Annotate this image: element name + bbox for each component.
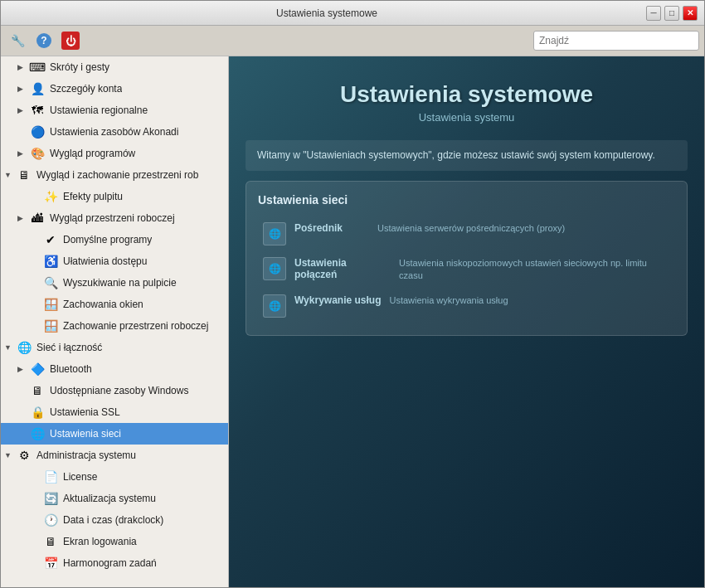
titlebar-right-buttons[interactable]: ─ □ ✕ — [646, 6, 698, 21]
maximize-button[interactable]: □ — [664, 6, 679, 21]
item-label-ustawienia-sieci: Ustawienia sieci — [50, 428, 121, 440]
sidebar-item-szczegoly[interactable]: 👤Szczegóły konta — [1, 78, 228, 100]
arrow-icon-szczegoly — [17, 85, 29, 93]
item-label-wyglad-prog: Wygląd programów — [50, 148, 135, 159]
item-icon-administracja: ⚙ — [16, 447, 32, 464]
item-icon-domyslne: ✔ — [42, 231, 59, 248]
wrench-button[interactable]: 🔧 — [6, 29, 29, 52]
item-label-ekran-log: Ekran logowania — [63, 536, 137, 547]
sidebar-item-wyglad-prog[interactable]: 🎨Wygląd programów — [1, 143, 228, 164]
arrow-icon-administracja — [4, 451, 16, 459]
item-label-szczegoly: Szczegóły konta — [50, 83, 122, 95]
sidebar-item-skroty[interactable]: ⌨Skróty i gesty — [1, 56, 228, 78]
search-input[interactable] — [533, 31, 699, 51]
close-button[interactable]: ✕ — [683, 6, 698, 21]
arrow-icon-wyglad-zach — [4, 171, 16, 179]
item-label-aktualizacja: Aktualizacja systemu — [63, 493, 156, 504]
card-row-name-polaczenia: Ustawienia połączeń — [294, 257, 391, 280]
card-row-polaczenia[interactable]: 🌐Ustawienia połączeńUstawienia niskopozi… — [258, 251, 675, 289]
item-icon-wyglad-prog: 🎨 — [29, 145, 46, 162]
power-icon: ⏻ — [61, 32, 80, 50]
item-label-zachowania: Zachowania okien — [63, 299, 143, 310]
help-icon: ? — [36, 33, 51, 48]
item-icon-aktualizacja: 🔄 — [42, 490, 59, 507]
item-label-administracja: Administracja systemu — [36, 450, 136, 461]
item-label-skroty: Skróty i gesty — [50, 61, 109, 73]
item-icon-license: 📄 — [42, 469, 59, 485]
sidebar-item-zachowania[interactable]: 🪟Zachowania okien — [1, 294, 228, 315]
item-icon-udostepnianie: 🖥 — [29, 382, 46, 399]
item-icon-bluetooth: 🔷 — [29, 361, 46, 377]
item-label-wyglad-zach: Wygląd i zachowanie przestrzeni rob — [36, 169, 198, 181]
card-row-desc-polaczenia: Ustawienia niskopoziomowych ustawień sie… — [399, 257, 670, 283]
item-label-wyszukiwanie: Wyszukiwanie na pulpicie — [63, 277, 177, 289]
item-label-regionalne: Ustawienia regionalne — [50, 104, 148, 116]
minimize-button[interactable]: ─ — [646, 6, 661, 21]
sidebar-item-regionalne[interactable]: 🗺Ustawienia regionalne — [1, 100, 228, 121]
sidebar-item-zachowania-przetr[interactable]: 🪟Zachowanie przestrzeni roboczej — [1, 315, 228, 337]
sidebar-item-wyglad-zach[interactable]: 🖥Wygląd i zachowanie przestrzeni rob — [1, 164, 228, 186]
main-window: Ustawienia systemowe ─ □ ✕ 🔧 ? ⏻ ⌨Skróty… — [0, 0, 705, 588]
panel-header: Ustawienia systemowe Ustawienia systemu — [229, 56, 704, 140]
item-label-domyslne: Domyślne programy — [63, 234, 152, 245]
arrow-icon-wyglad-przestrz — [17, 214, 29, 222]
sidebar-item-administracja[interactable]: ⚙Administracja systemu — [1, 445, 228, 466]
item-icon-ssl: 🔒 — [29, 404, 46, 420]
item-icon-ulatwienia: ♿ — [42, 253, 59, 270]
sidebar-item-ustawienia-sieci[interactable]: 🌐Ustawienia sieci — [1, 423, 228, 445]
sidebar-item-license[interactable]: 📄License — [1, 466, 228, 488]
sidebar-item-akonadi[interactable]: 🔵Ustawienia zasobów Akonadi — [1, 121, 228, 143]
item-label-udostepnianie: Udostępniane zasoby Windows — [50, 385, 188, 396]
panel-title: Ustawienia systemowe — [246, 81, 688, 108]
toolbar: 🔧 ? ⏻ — [1, 26, 704, 56]
item-icon-skroty: ⌨ — [29, 59, 46, 75]
card-row-name-wykrywanie: Wykrywanie usług — [294, 294, 381, 306]
item-icon-zachowania: 🪟 — [42, 296, 59, 313]
sidebar-item-udostepnianie[interactable]: 🖥Udostępniane zasoby Windows — [1, 380, 228, 401]
item-icon-siec-lacze: 🌐 — [16, 339, 32, 356]
card-title: Ustawienia sieci — [258, 193, 675, 207]
sidebar-item-ulatwienia[interactable]: ♿Ułatwienia dostępu — [1, 250, 228, 272]
item-icon-efekty: ✨ — [42, 188, 59, 205]
sidebar-item-harmonogram[interactable]: 📅Harmonogram zadań — [1, 552, 228, 574]
item-label-efekty: Efekty pulpitu — [63, 191, 123, 202]
item-label-license: License — [63, 471, 97, 483]
sidebar-item-efekty[interactable]: ✨Efekty pulpitu — [1, 186, 228, 207]
panel-welcome-text: Witamy w "Ustawieniach systemowych", gdz… — [246, 140, 688, 171]
item-icon-akonadi: 🔵 — [29, 124, 46, 140]
item-label-harmonogram: Harmonogram zadań — [63, 557, 157, 569]
item-label-data-czas: Data i czas (drakclock) — [63, 514, 163, 526]
sidebar-item-ekran-log[interactable]: 🖥Ekran logowania — [1, 531, 228, 552]
card-row-desc-posrednik: Ustawienia serwerów pośredniczących (pro… — [377, 222, 565, 235]
power-button[interactable]: ⏻ — [59, 29, 82, 52]
network-settings-card: Ustawienia sieci 🌐PośrednikUstawienia se… — [246, 181, 688, 336]
right-panel: Ustawienia systemowe Ustawienia systemu … — [229, 56, 704, 587]
sidebar-item-bluetooth[interactable]: 🔷Bluetooth — [1, 358, 228, 380]
panel-subtitle: Ustawienia systemu — [246, 111, 688, 124]
sidebar-item-wyszukiwanie[interactable]: 🔍Wyszukiwanie na pulpicie — [1, 272, 228, 294]
help-button[interactable]: ? — [32, 29, 56, 52]
item-icon-regionalne: 🗺 — [29, 102, 46, 119]
sidebar-item-data-czas[interactable]: 🕐Data i czas (drakclock) — [1, 509, 228, 531]
item-icon-wyglad-zach: 🖥 — [16, 167, 32, 183]
card-row-wykrywanie[interactable]: 🌐Wykrywanie usługUstawienia wykrywania u… — [258, 289, 675, 323]
sidebar-item-wyglad-przestrz[interactable]: 🏙Wygląd przestrzeni roboczej — [1, 207, 228, 229]
card-row-icon-posrednik: 🌐 — [263, 222, 286, 245]
titlebar: Ustawienia systemowe ─ □ ✕ — [1, 1, 704, 26]
sidebar-item-aktualizacja[interactable]: 🔄Aktualizacja systemu — [1, 488, 228, 509]
wrench-icon: 🔧 — [11, 34, 25, 47]
card-rows: 🌐PośrednikUstawienia serwerów pośrednicz… — [258, 216, 675, 323]
sidebar-item-siec-lacze[interactable]: 🌐Sieć i łączność — [1, 337, 228, 358]
item-icon-szczegoly: 👤 — [29, 80, 46, 97]
item-icon-ekran-log: 🖥 — [42, 533, 59, 550]
item-label-siec-lacze: Sieć i łączność — [36, 342, 102, 353]
card-row-icon-wykrywanie: 🌐 — [263, 294, 286, 318]
sidebar[interactable]: ⌨Skróty i gesty👤Szczegóły konta🗺Ustawien… — [1, 56, 229, 587]
item-icon-zachowania-przetr: 🪟 — [42, 318, 59, 334]
arrow-icon-skroty — [17, 63, 29, 71]
sidebar-item-domyslne[interactable]: ✔Domyślne programy — [1, 229, 228, 250]
card-row-posrednik[interactable]: 🌐PośrednikUstawienia serwerów pośrednicz… — [258, 216, 675, 251]
item-icon-data-czas: 🕐 — [42, 512, 59, 528]
arrow-icon-siec-lacze — [4, 343, 16, 352]
sidebar-item-ssl[interactable]: 🔒Ustawienia SSL — [1, 401, 228, 423]
